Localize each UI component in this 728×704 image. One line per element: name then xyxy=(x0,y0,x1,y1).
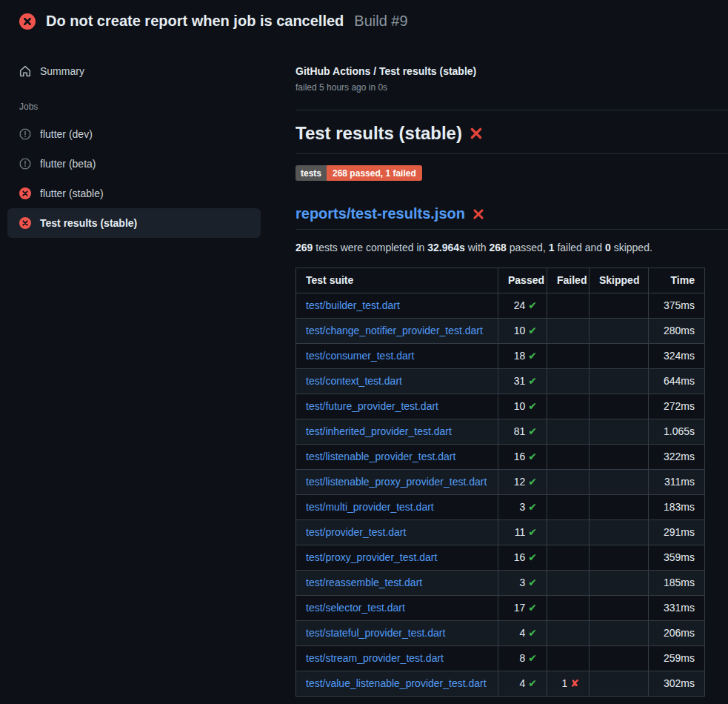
table-row: test/selector_test.dart17✔331ms xyxy=(296,596,705,621)
check-icon: ✔ xyxy=(528,627,537,639)
suite-cell: test/change_notifier_provider_test.dart xyxy=(296,319,498,344)
suite-link[interactable]: test/stream_provider_test.dart xyxy=(306,652,444,664)
passed-cell: 8✔ xyxy=(498,646,547,671)
skipped-cell xyxy=(590,571,649,596)
col-test-suite: Test suite xyxy=(296,268,498,293)
suite-link[interactable]: test/consumer_test.dart xyxy=(306,350,414,362)
failed-cell xyxy=(547,596,590,621)
table-row: test/listenable_provider_test.dart16✔322… xyxy=(296,445,705,470)
failed-cell xyxy=(547,344,590,369)
suite-link[interactable]: test/builder_test.dart xyxy=(306,299,400,311)
home-icon xyxy=(19,65,31,77)
passed-cell-value: 16 xyxy=(514,551,526,563)
suite-cell: test/multi_provider_test.dart xyxy=(296,495,498,520)
table-row: test/listenable_proxy_provider_test.dart… xyxy=(296,470,705,495)
page-header: Do not create report when job is cancell… xyxy=(0,0,728,42)
table-row: test/stream_provider_test.dart8✔259ms xyxy=(296,646,705,671)
check-icon: ✔ xyxy=(528,501,537,513)
table-row: test/consumer_test.dart18✔324ms xyxy=(296,344,705,369)
table-row: test/value_listenable_provider_test.dart… xyxy=(296,671,705,697)
sidebar-item-job-2[interactable]: flutter (stable) xyxy=(7,179,261,208)
check-icon: ✔ xyxy=(528,299,537,311)
failed-cell xyxy=(547,545,590,571)
suite-link[interactable]: test/future_provider_test.dart xyxy=(306,400,438,412)
breadcrumb: GitHub Actions / Test results (stable) xyxy=(295,65,728,77)
summary-text: tests were completed in xyxy=(313,242,427,253)
stop-icon xyxy=(19,158,31,170)
sidebar-item-job-3[interactable]: Test results (stable) xyxy=(7,208,261,238)
failed-cell xyxy=(547,621,590,646)
check-icon: ✔ xyxy=(528,652,537,664)
time-cell: 359ms xyxy=(649,545,705,571)
sidebar-item-job-0[interactable]: flutter (dev) xyxy=(7,119,261,149)
failed-cell xyxy=(547,394,590,419)
suite-link[interactable]: test/change_notifier_provider_test.dart xyxy=(306,325,483,336)
skipped-cell xyxy=(590,394,649,419)
suite-link[interactable]: test/selector_test.dart xyxy=(306,602,405,614)
failed-status-icon xyxy=(19,13,36,30)
time-cell: 280ms xyxy=(649,319,705,344)
skipped-cell xyxy=(590,470,649,495)
x-circle-icon xyxy=(19,217,31,229)
check-icon: ✔ xyxy=(528,551,537,563)
build-number: Build #9 xyxy=(354,13,407,30)
time-cell: 291ms xyxy=(649,520,705,545)
skipped-cell xyxy=(590,293,649,319)
check-icon: ✔ xyxy=(528,526,537,538)
summary-text: skipped. xyxy=(611,242,652,253)
time-cell: 324ms xyxy=(649,344,705,369)
suite-link[interactable]: test/context_test.dart xyxy=(306,375,402,387)
suite-cell: test/proxy_provider_test.dart xyxy=(296,545,498,571)
x-mark-icon xyxy=(472,208,484,220)
x-mark-icon xyxy=(470,127,483,140)
table-row: test/stateful_provider_test.dart4✔206ms xyxy=(296,621,705,646)
failed-cell xyxy=(547,419,590,445)
suite-link[interactable]: test/inherited_provider_test.dart xyxy=(306,425,452,437)
suite-link[interactable]: test/reassemble_test.dart xyxy=(306,577,422,588)
check-icon: ✔ xyxy=(528,350,537,362)
page-title: Do not create report when job is cancell… xyxy=(46,13,344,30)
summary-text: with xyxy=(465,242,490,253)
report-file-heading[interactable]: reports/test-results.json xyxy=(295,205,728,222)
passed-cell: 24✔ xyxy=(498,293,547,319)
time-cell: 322ms xyxy=(649,445,705,470)
suite-cell: test/stateful_provider_test.dart xyxy=(296,621,498,646)
suite-link[interactable]: test/stateful_provider_test.dart xyxy=(306,627,445,639)
suite-link[interactable]: test/value_listenable_provider_test.dart xyxy=(306,677,487,689)
check-icon: ✔ xyxy=(528,577,537,588)
sidebar-item-job-1[interactable]: flutter (beta) xyxy=(7,149,261,179)
suite-cell: test/future_provider_test.dart xyxy=(296,394,498,419)
col-skipped: Skipped xyxy=(590,268,649,293)
suite-cell: test/consumer_test.dart xyxy=(296,344,498,369)
skipped-cell xyxy=(590,369,649,394)
suite-link[interactable]: test/listenable_provider_test.dart xyxy=(306,451,455,462)
report-file-link[interactable]: reports/test-results.json xyxy=(295,205,465,222)
suite-link[interactable]: test/listenable_proxy_provider_test.dart xyxy=(306,476,487,488)
passed-cell: 3✔ xyxy=(498,571,547,596)
passed-cell: 10✔ xyxy=(498,319,547,344)
suite-link[interactable]: test/proxy_provider_test.dart xyxy=(306,551,437,563)
suite-link[interactable]: test/multi_provider_test.dart xyxy=(306,501,434,513)
time-cell: 272ms xyxy=(649,394,705,419)
main-content: GitHub Actions / Test results (stable) f… xyxy=(295,42,728,704)
passed-cell: 4✔ xyxy=(498,671,547,697)
passed-cell: 18✔ xyxy=(498,344,547,369)
passed-cell-value: 11 xyxy=(515,526,526,538)
time-cell: 183ms xyxy=(649,495,705,520)
passed-cell-value: 17 xyxy=(514,602,526,614)
time-cell: 206ms xyxy=(649,621,705,646)
passed-cell: 3✔ xyxy=(498,495,547,520)
passed-cell-value: 31 xyxy=(514,375,526,387)
failed-cell xyxy=(547,571,590,596)
suite-cell: test/selector_test.dart xyxy=(296,596,498,621)
suite-link[interactable]: test/provider_test.dart xyxy=(306,526,406,538)
summary-text: failed and xyxy=(555,242,606,253)
divider xyxy=(295,229,728,230)
failed-count: 1 xyxy=(549,242,555,253)
failed-cell: 1✘ xyxy=(547,671,590,697)
skipped-cell xyxy=(590,495,649,520)
failed-cell xyxy=(547,445,590,470)
sidebar-item-summary[interactable]: Summary xyxy=(7,57,261,85)
time-cell: 644ms xyxy=(649,369,705,394)
job-label: Test results (stable) xyxy=(40,217,137,229)
